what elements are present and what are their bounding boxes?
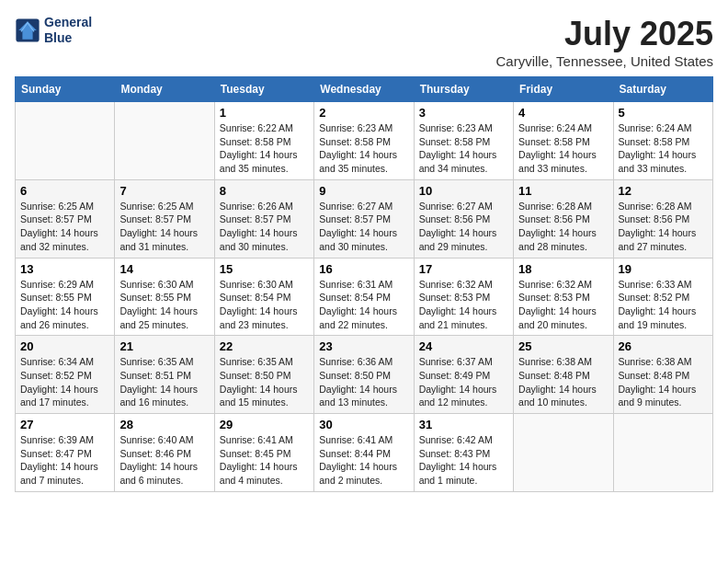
week-row-2: 6Sunrise: 6:25 AM Sunset: 8:57 PM Daylig… (16, 179, 713, 258)
day-info: Sunrise: 6:38 AM Sunset: 8:48 PM Dayligh… (518, 355, 608, 409)
calendar-cell: 18Sunrise: 6:32 AM Sunset: 8:53 PM Dayli… (514, 258, 613, 336)
day-info: Sunrise: 6:37 AM Sunset: 8:49 PM Dayligh… (419, 355, 508, 409)
day-info: Sunrise: 6:29 AM Sunset: 8:55 PM Dayligh… (20, 278, 109, 332)
header: General Blue July 2025 Caryville, Tennes… (15, 15, 713, 69)
day-info: Sunrise: 6:35 AM Sunset: 8:50 PM Dayligh… (220, 355, 309, 409)
calendar-cell: 14Sunrise: 6:30 AM Sunset: 8:55 PM Dayli… (115, 258, 214, 336)
day-info: Sunrise: 6:24 AM Sunset: 8:58 PM Dayligh… (518, 121, 608, 176)
day-number: 10 (419, 184, 508, 198)
calendar-cell: 13Sunrise: 6:29 AM Sunset: 8:55 PM Dayli… (16, 258, 115, 336)
day-info: Sunrise: 6:22 AM Sunset: 8:58 PM Dayligh… (220, 121, 309, 176)
day-header-saturday: Saturday (613, 77, 712, 102)
calendar-cell: 28Sunrise: 6:40 AM Sunset: 8:46 PM Dayli… (115, 414, 214, 492)
calendar-cell: 27Sunrise: 6:39 AM Sunset: 8:47 PM Dayli… (16, 414, 115, 492)
day-info: Sunrise: 6:30 AM Sunset: 8:55 PM Dayligh… (119, 278, 209, 332)
calendar-cell (613, 414, 712, 492)
day-number: 11 (518, 184, 608, 198)
day-number: 30 (319, 418, 408, 431)
week-row-5: 27Sunrise: 6:39 AM Sunset: 8:47 PM Dayli… (16, 414, 713, 492)
calendar-cell (514, 414, 613, 492)
day-info: Sunrise: 6:24 AM Sunset: 8:58 PM Dayligh… (619, 121, 708, 176)
day-info: Sunrise: 6:32 AM Sunset: 8:53 PM Dayligh… (419, 278, 508, 332)
day-header-wednesday: Wednesday (314, 77, 414, 102)
day-info: Sunrise: 6:23 AM Sunset: 8:58 PM Dayligh… (419, 121, 508, 176)
day-number: 1 (220, 106, 309, 120)
day-info: Sunrise: 6:38 AM Sunset: 8:48 PM Dayligh… (619, 355, 708, 409)
day-info: Sunrise: 6:25 AM Sunset: 8:57 PM Dayligh… (20, 200, 109, 254)
day-number: 21 (119, 339, 209, 353)
day-number: 14 (119, 262, 209, 276)
calendar-cell: 15Sunrise: 6:30 AM Sunset: 8:54 PM Dayli… (214, 258, 313, 336)
calendar-cell: 23Sunrise: 6:36 AM Sunset: 8:50 PM Dayli… (314, 336, 414, 414)
day-header-monday: Monday (115, 77, 214, 102)
day-number: 22 (220, 339, 309, 353)
calendar-cell: 19Sunrise: 6:33 AM Sunset: 8:52 PM Dayli… (613, 258, 712, 336)
calendar-cell: 8Sunrise: 6:26 AM Sunset: 8:57 PM Daylig… (214, 179, 313, 258)
calendar-cell: 1Sunrise: 6:22 AM Sunset: 8:58 PM Daylig… (214, 102, 313, 180)
calendar-cell (115, 102, 214, 180)
calendar-cell: 30Sunrise: 6:41 AM Sunset: 8:44 PM Dayli… (314, 414, 414, 492)
calendar-cell: 9Sunrise: 6:27 AM Sunset: 8:57 PM Daylig… (314, 179, 414, 258)
day-info: Sunrise: 6:32 AM Sunset: 8:53 PM Dayligh… (518, 278, 608, 332)
day-info: Sunrise: 6:41 AM Sunset: 8:44 PM Dayligh… (319, 433, 408, 488)
calendar-cell: 17Sunrise: 6:32 AM Sunset: 8:53 PM Dayli… (414, 258, 513, 336)
calendar-cell: 16Sunrise: 6:31 AM Sunset: 8:54 PM Dayli… (314, 258, 414, 336)
calendar-cell: 5Sunrise: 6:24 AM Sunset: 8:58 PM Daylig… (613, 102, 712, 180)
week-row-1: 1Sunrise: 6:22 AM Sunset: 8:58 PM Daylig… (16, 102, 713, 180)
calendar-table: SundayMondayTuesdayWednesdayThursdayFrid… (15, 76, 713, 492)
day-number: 24 (419, 339, 508, 353)
day-info: Sunrise: 6:35 AM Sunset: 8:51 PM Dayligh… (119, 355, 209, 409)
day-info: Sunrise: 6:36 AM Sunset: 8:50 PM Dayligh… (319, 355, 408, 409)
day-number: 16 (319, 262, 408, 276)
day-number: 23 (319, 339, 408, 353)
day-number: 5 (619, 106, 708, 120)
day-number: 12 (619, 184, 708, 198)
day-info: Sunrise: 6:27 AM Sunset: 8:56 PM Dayligh… (419, 200, 508, 254)
day-info: Sunrise: 6:33 AM Sunset: 8:52 PM Dayligh… (619, 278, 708, 332)
day-number: 4 (518, 106, 608, 120)
day-info: Sunrise: 6:26 AM Sunset: 8:57 PM Dayligh… (220, 200, 309, 254)
day-info: Sunrise: 6:41 AM Sunset: 8:45 PM Dayligh… (220, 433, 309, 488)
calendar-cell: 20Sunrise: 6:34 AM Sunset: 8:52 PM Dayli… (16, 336, 115, 414)
calendar-cell: 12Sunrise: 6:28 AM Sunset: 8:56 PM Dayli… (613, 179, 712, 258)
day-number: 8 (220, 184, 309, 198)
logo: General Blue (15, 15, 92, 46)
day-header-sunday: Sunday (16, 77, 115, 102)
calendar-cell (16, 102, 115, 180)
calendar-cell: 22Sunrise: 6:35 AM Sunset: 8:50 PM Dayli… (214, 336, 313, 414)
day-info: Sunrise: 6:30 AM Sunset: 8:54 PM Dayligh… (220, 278, 309, 332)
day-info: Sunrise: 6:25 AM Sunset: 8:57 PM Dayligh… (119, 200, 209, 254)
day-info: Sunrise: 6:42 AM Sunset: 8:43 PM Dayligh… (419, 433, 508, 488)
day-number: 20 (20, 339, 109, 353)
day-info: Sunrise: 6:28 AM Sunset: 8:56 PM Dayligh… (619, 200, 708, 254)
day-number: 9 (319, 184, 408, 198)
calendar-cell: 24Sunrise: 6:37 AM Sunset: 8:49 PM Dayli… (414, 336, 513, 414)
day-number: 25 (518, 339, 608, 353)
day-number: 18 (518, 262, 608, 276)
days-header-row: SundayMondayTuesdayWednesdayThursdayFrid… (16, 77, 713, 102)
day-header-tuesday: Tuesday (214, 77, 313, 102)
calendar-cell: 3Sunrise: 6:23 AM Sunset: 8:58 PM Daylig… (414, 102, 513, 180)
calendar-cell: 6Sunrise: 6:25 AM Sunset: 8:57 PM Daylig… (16, 179, 115, 258)
day-info: Sunrise: 6:34 AM Sunset: 8:52 PM Dayligh… (20, 355, 109, 409)
day-number: 29 (220, 418, 309, 431)
calendar-cell: 10Sunrise: 6:27 AM Sunset: 8:56 PM Dayli… (414, 179, 513, 258)
month-title: July 2025 (495, 15, 713, 53)
day-number: 7 (119, 184, 209, 198)
title-area: July 2025 Caryville, Tennessee, United S… (495, 15, 713, 69)
day-number: 28 (119, 418, 209, 431)
calendar-cell: 29Sunrise: 6:41 AM Sunset: 8:45 PM Dayli… (214, 414, 313, 492)
calendar-cell: 4Sunrise: 6:24 AM Sunset: 8:58 PM Daylig… (514, 102, 613, 180)
day-info: Sunrise: 6:40 AM Sunset: 8:46 PM Dayligh… (119, 433, 209, 488)
calendar-cell: 2Sunrise: 6:23 AM Sunset: 8:58 PM Daylig… (314, 102, 414, 180)
day-header-friday: Friday (514, 77, 613, 102)
calendar-cell: 25Sunrise: 6:38 AM Sunset: 8:48 PM Dayli… (514, 336, 613, 414)
day-number: 31 (419, 418, 508, 431)
calendar-cell: 26Sunrise: 6:38 AM Sunset: 8:48 PM Dayli… (613, 336, 712, 414)
day-number: 19 (619, 262, 708, 276)
day-number: 27 (20, 418, 109, 431)
calendar-cell: 11Sunrise: 6:28 AM Sunset: 8:56 PM Dayli… (514, 179, 613, 258)
day-number: 15 (220, 262, 309, 276)
calendar-cell: 7Sunrise: 6:25 AM Sunset: 8:57 PM Daylig… (115, 179, 214, 258)
day-number: 17 (419, 262, 508, 276)
